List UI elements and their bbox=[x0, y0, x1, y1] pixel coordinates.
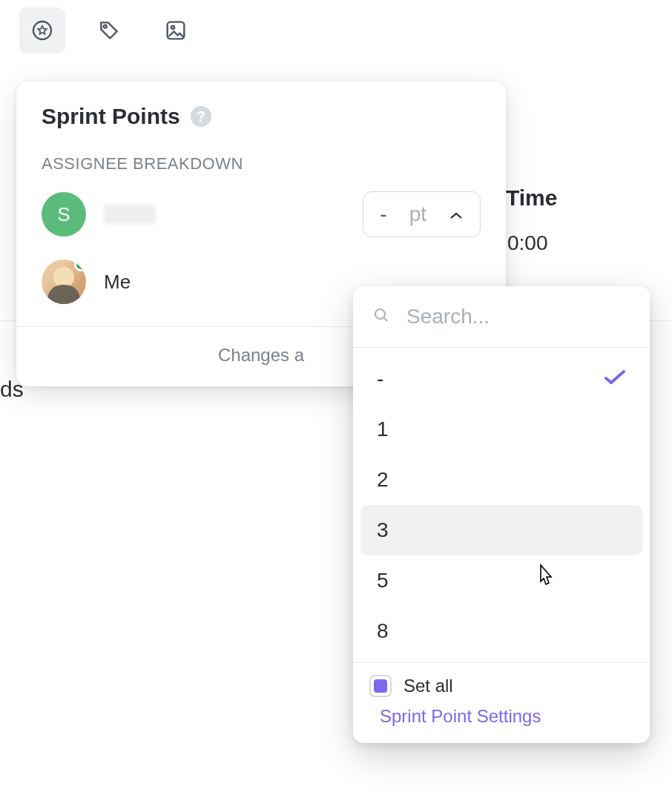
image-icon[interactable] bbox=[153, 7, 199, 53]
option-label: 5 bbox=[377, 569, 389, 593]
dropdown-footer: Set all Sprint Point Settings bbox=[353, 662, 650, 743]
dropdown-search-row bbox=[353, 286, 650, 348]
search-input[interactable] bbox=[405, 304, 630, 329]
search-icon bbox=[372, 306, 390, 327]
svg-point-0 bbox=[33, 22, 51, 39]
option-label: 1 bbox=[377, 418, 389, 441]
option-1[interactable]: 1 bbox=[360, 404, 642, 455]
assignee-row: S - pt bbox=[42, 191, 481, 237]
toolbar-icon-row bbox=[19, 7, 199, 53]
option-5[interactable]: 5 bbox=[360, 555, 642, 606]
dropdown-list: - 1 2 3 5 8 bbox=[353, 348, 650, 662]
sprint-point-settings-link[interactable]: Sprint Point Settings bbox=[380, 706, 633, 727]
svg-point-4 bbox=[375, 309, 385, 319]
assignee-name-redacted bbox=[104, 205, 156, 224]
points-unit: pt bbox=[409, 202, 426, 226]
option-label: 2 bbox=[377, 468, 389, 492]
set-all-row[interactable]: Set all bbox=[369, 675, 633, 697]
points-selector[interactable]: - pt bbox=[363, 191, 481, 237]
avatar[interactable] bbox=[42, 260, 86, 304]
points-dropdown: - 1 2 3 5 8 Set all Sprint Point Setting… bbox=[353, 286, 650, 743]
option-3[interactable]: 3 bbox=[360, 505, 642, 555]
option-2[interactable]: 2 bbox=[360, 455, 642, 505]
presence-indicator bbox=[74, 260, 86, 271]
set-all-label: Set all bbox=[403, 676, 453, 696]
time-value: 0:00 bbox=[507, 231, 548, 255]
tag-icon[interactable] bbox=[86, 7, 132, 53]
card-title: Sprint Points bbox=[42, 104, 180, 129]
time-label: Time bbox=[506, 185, 557, 211]
chevron-up-icon bbox=[449, 202, 464, 226]
option-label: 3 bbox=[377, 518, 389, 542]
option-label: 8 bbox=[377, 619, 389, 643]
check-icon bbox=[604, 367, 626, 391]
star-badge-icon[interactable] bbox=[19, 7, 65, 53]
option-8[interactable]: 8 bbox=[360, 606, 642, 656]
option-label: - bbox=[377, 367, 383, 391]
avatar[interactable]: S bbox=[42, 192, 86, 237]
checkbox[interactable] bbox=[369, 675, 392, 697]
svg-point-3 bbox=[171, 26, 174, 29]
checkbox-filled-icon bbox=[374, 679, 387, 693]
assignee-breakdown-label: ASSIGNEE BREAKDOWN bbox=[42, 154, 481, 174]
points-value: - bbox=[380, 202, 386, 226]
assignee-name: Me bbox=[104, 271, 131, 294]
help-icon[interactable]: ? bbox=[191, 106, 211, 127]
avatar-initial: S bbox=[57, 203, 70, 226]
svg-point-1 bbox=[104, 25, 107, 28]
option-none[interactable]: - bbox=[360, 354, 642, 404]
